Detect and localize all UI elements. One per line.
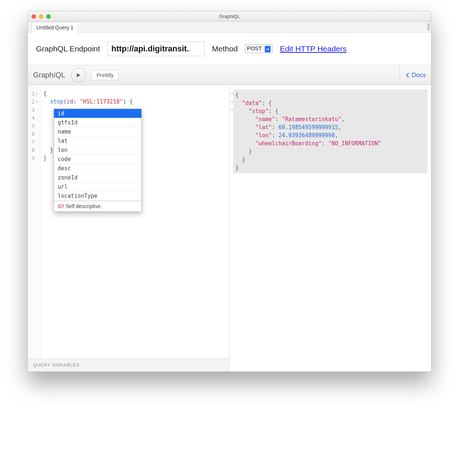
method-select[interactable]: POST ▴▾ — [245, 44, 272, 53]
query-variables-header[interactable]: Query Variables — [28, 359, 229, 371]
autocomplete-option[interactable]: gtfsId — [54, 118, 141, 127]
prettify-button[interactable]: Prettify — [92, 70, 119, 80]
autocomplete-option[interactable]: lat — [54, 137, 141, 146]
line-number: 6 — [28, 130, 38, 138]
graphiql-logo: GraphiQL — [33, 71, 65, 79]
result-fold-gutter: ▾▾▾ — [230, 90, 234, 114]
toolbar: GraphiQL Prettify Docs — [28, 65, 431, 85]
window-title: GraphiQL — [28, 14, 431, 19]
line-number: 8 — [28, 146, 38, 154]
editor-panes: 1▾2▾3 4 5 6 7 8 9 { stop(id: "HSL:117321… — [28, 85, 431, 371]
select-arrows-icon: ▴▾ — [265, 46, 271, 52]
result-json[interactable]: { "data": { "stop": { "name": "Ratamesta… — [233, 90, 427, 173]
app-window: GraphiQL Untitled Query 1 GraphQL Endpoi… — [28, 11, 431, 372]
method-label: Method — [212, 44, 238, 53]
autocomplete-option[interactable]: url — [54, 182, 141, 192]
result-pane: ▾▾▾ { "data": { "stop": { "name": "Ratam… — [230, 85, 431, 371]
line-number-gutter: 1▾2▾3 4 5 6 7 8 9 — [28, 85, 40, 359]
autocomplete-option[interactable]: lon — [54, 146, 141, 155]
docs-toggle[interactable]: Docs — [400, 65, 426, 85]
autocomplete-option[interactable]: name — [54, 127, 141, 137]
line-number: 5 — [28, 122, 38, 130]
autocomplete-option[interactable]: code — [54, 155, 141, 164]
line-number: 7 — [28, 138, 38, 146]
autocomplete-description: ID! Self descriptive. — [54, 201, 141, 211]
line-number: 2▾ — [28, 98, 38, 106]
autocomplete-option[interactable]: zoneId — [54, 173, 141, 182]
endpoint-label: GraphQL Endpoint — [36, 44, 100, 53]
endpoint-bar: GraphQL Endpoint Method POST ▴▾ Edit HTT… — [28, 33, 431, 65]
line-number: 3 — [28, 106, 38, 114]
endpoint-input[interactable] — [107, 41, 205, 56]
line-number: 1▾ — [28, 90, 38, 98]
edit-http-headers-link[interactable]: Edit HTTP Headers — [280, 44, 347, 53]
autocomplete-popup[interactable]: idgtfsIdnamelatloncodedesczoneIdurllocat… — [54, 109, 142, 212]
line-number: 4 — [28, 114, 38, 122]
query-tab[interactable]: Untitled Query 1 — [32, 22, 78, 33]
query-editor-pane: 1▾2▾3 4 5 6 7 8 9 { stop(id: "HSL:117321… — [28, 85, 230, 371]
method-value: POST — [247, 45, 262, 51]
query-editor[interactable]: { stop(id: "HSL:1173210") { } } idgtfsId… — [40, 85, 229, 359]
tabstrip: Untitled Query 1 — [28, 22, 431, 33]
autocomplete-option[interactable]: id — [54, 109, 141, 118]
titlebar: GraphiQL — [28, 11, 431, 22]
autocomplete-option[interactable]: desc — [54, 164, 141, 173]
autocomplete-option[interactable]: locationType — [54, 192, 141, 201]
line-number: 9 — [28, 154, 38, 162]
execute-button[interactable] — [71, 68, 86, 83]
chevron-left-icon — [406, 72, 409, 78]
play-icon — [76, 72, 82, 78]
